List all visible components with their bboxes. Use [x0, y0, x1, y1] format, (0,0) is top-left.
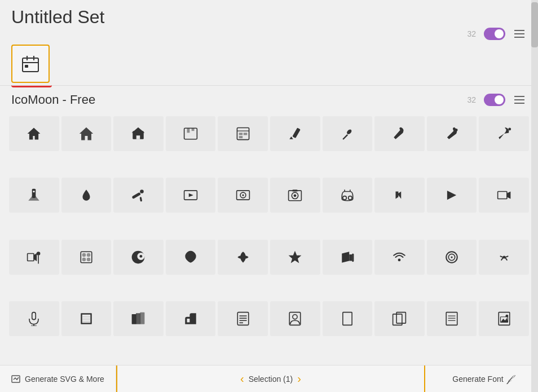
icomoon-count: 32	[467, 95, 476, 104]
icon-cell-8[interactable]	[427, 116, 477, 151]
icon-cell-31[interactable]	[61, 301, 112, 336]
icon-cell-38[interactable]	[427, 301, 477, 336]
selection-button[interactable]: ‹ Selection (1) ›	[116, 365, 425, 392]
icon-cell-37[interactable]	[374, 301, 425, 336]
scrollbar-thumb[interactable]	[531, 2, 538, 47]
svg-rect-19	[342, 134, 348, 140]
generate-svg-icon	[11, 375, 20, 384]
icon-cell-23[interactable]	[166, 240, 216, 275]
svg-rect-73	[132, 314, 136, 324]
svg-marker-56	[289, 250, 302, 263]
svg-marker-23	[29, 196, 40, 201]
icon-cell-9[interactable]	[479, 116, 529, 151]
svg-point-35	[294, 195, 297, 197]
icon-cell-22[interactable]	[113, 240, 164, 275]
red-underline	[11, 83, 52, 87]
svg-point-55	[140, 254, 143, 257]
icon-cell-20[interactable]	[9, 240, 59, 275]
svg-rect-87	[446, 312, 457, 325]
icon-cell-12[interactable]	[113, 178, 164, 213]
svg-point-49	[82, 253, 86, 257]
icon-cell-0[interactable]	[9, 116, 59, 151]
svg-marker-6	[132, 127, 145, 133]
icon-cell-19[interactable]	[479, 178, 529, 213]
untitled-set-count: 32	[467, 29, 476, 38]
icon-cell-29[interactable]	[479, 240, 529, 275]
svg-point-26	[140, 190, 144, 194]
icon-cell-21[interactable]	[61, 240, 112, 275]
icon-cell-28[interactable]	[427, 240, 477, 275]
icon-cell-35[interactable]	[270, 301, 320, 336]
svg-rect-8	[184, 128, 197, 139]
icon-cell-2[interactable]	[113, 116, 164, 151]
svg-point-24	[33, 191, 35, 192]
svg-rect-27	[140, 197, 143, 202]
svg-point-94	[505, 314, 508, 317]
icon-cell-26[interactable]	[323, 240, 373, 275]
svg-rect-74	[136, 313, 140, 324]
generate-svg-label: Generate SVG & More	[25, 375, 104, 384]
icon-cell-16[interactable]	[323, 178, 373, 213]
svg-rect-4	[25, 65, 28, 68]
icon-cell-10[interactable]	[9, 178, 59, 213]
icon-cell-33[interactable]	[166, 301, 216, 336]
bottom-toolbar: Generate SVG & More ‹ Selection (1) › Ge…	[0, 365, 538, 392]
calendar-icon-cell[interactable]	[11, 45, 50, 83]
icomoon-section: IcoMoon - Free 32	[0, 86, 538, 365]
svg-rect-25	[132, 192, 142, 199]
icon-cell-34[interactable]	[218, 301, 268, 336]
svg-point-21	[508, 127, 511, 130]
generate-font-button[interactable]: Generate Font 𝒻	[425, 365, 538, 392]
icon-cell-15[interactable]	[270, 178, 320, 213]
chevron-right-icon: ›	[297, 372, 301, 385]
icon-cell-36[interactable]	[323, 301, 373, 336]
svg-point-37	[343, 196, 347, 200]
icon-cell-3[interactable]	[166, 116, 216, 151]
svg-marker-93	[500, 318, 508, 322]
icon-cell-24[interactable]	[218, 240, 268, 275]
svg-point-46	[37, 252, 41, 256]
icon-cell-1[interactable]	[61, 116, 112, 151]
icomoon-icon-grid	[0, 112, 538, 365]
untitled-set-menu[interactable]	[512, 28, 527, 40]
icomoon-menu[interactable]	[512, 94, 527, 106]
icon-cell-39[interactable]	[479, 301, 529, 336]
svg-marker-41	[447, 191, 456, 200]
untitled-set-title: Untitled Set	[11, 7, 527, 28]
icomoon-header: IcoMoon - Free 32	[0, 86, 538, 112]
icon-cell-27[interactable]	[374, 240, 425, 275]
icon-cell-32[interactable]	[113, 301, 164, 336]
generate-font-label: Generate Font	[452, 375, 503, 384]
svg-rect-48	[81, 252, 92, 263]
icon-cell-14[interactable]	[218, 178, 268, 213]
svg-rect-65	[32, 312, 36, 319]
svg-rect-75	[140, 312, 145, 324]
svg-marker-43	[507, 192, 511, 199]
icon-cell-17[interactable]	[374, 178, 425, 213]
untitled-set-toggle[interactable]	[484, 28, 505, 40]
generate-svg-button[interactable]: Generate SVG & More	[0, 365, 116, 392]
icon-cell-5[interactable]	[270, 116, 320, 151]
svg-point-64	[502, 256, 505, 258]
icon-cell-25[interactable]	[270, 240, 320, 275]
icon-cell-18[interactable]	[427, 178, 477, 213]
svg-rect-44	[28, 253, 34, 261]
icon-cell-6[interactable]	[323, 116, 373, 151]
icon-cell-30[interactable]	[9, 301, 59, 336]
svg-rect-59	[352, 253, 354, 262]
svg-rect-14	[244, 133, 248, 135]
icon-cell-13[interactable]	[166, 178, 216, 213]
icon-cell-11[interactable]	[61, 178, 112, 213]
icomoon-title: IcoMoon - Free	[11, 93, 467, 107]
icon-cell-7[interactable]	[374, 116, 425, 151]
svg-point-60	[398, 258, 401, 261]
svg-rect-0	[23, 58, 38, 72]
scrollbar[interactable]	[531, 0, 538, 392]
svg-marker-17	[290, 136, 294, 139]
icomoon-toggle[interactable]	[484, 94, 505, 106]
icon-cell-4[interactable]	[218, 116, 268, 151]
svg-rect-76	[187, 319, 190, 323]
svg-marker-29	[189, 193, 193, 197]
chevron-left-icon: ‹	[240, 372, 244, 385]
svg-rect-36	[292, 190, 298, 192]
